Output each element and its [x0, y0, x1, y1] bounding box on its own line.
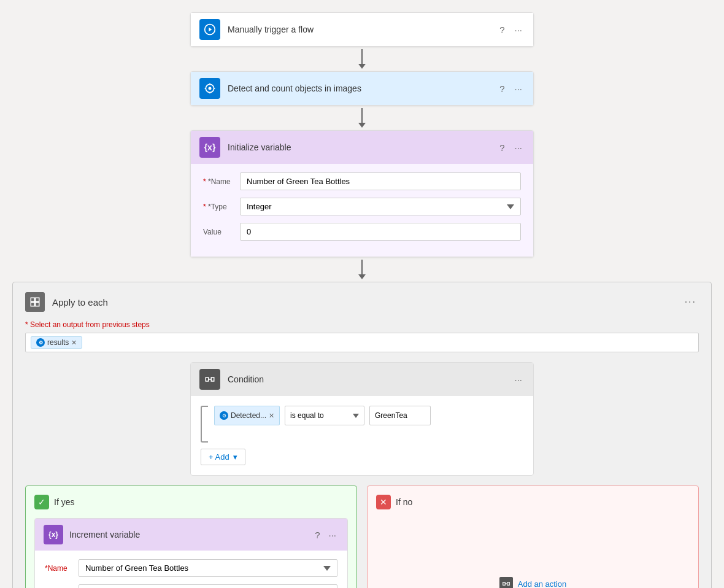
init-body: *Name *Type Integer String Boolean Float… [191, 164, 533, 257]
condition-inputs: ⚙ Detected... ✕ is equal to is not equal… [214, 406, 523, 433]
branch-yes: ✓ If yes {x} Increment variable ? ··· [25, 485, 357, 588]
output-tag-close[interactable]: ✕ [71, 339, 77, 347]
trigger-more-btn[interactable]: ··· [512, 23, 525, 36]
condition-header: Condition ··· [191, 363, 533, 396]
detect-svg [204, 82, 216, 95]
init-name-label: *Name [203, 177, 240, 186]
arrow-3 [358, 257, 366, 282]
detect-more-btn[interactable]: ··· [512, 82, 525, 95]
init-actions: ? ··· [497, 141, 525, 154]
increment-title: Increment variable [69, 530, 312, 540]
arrow-line-1 [361, 49, 363, 64]
increment-name-row: *Name Number of Green Tea Bottles [45, 559, 337, 577]
increment-value-input[interactable] [79, 584, 337, 588]
init-value-input[interactable] [240, 223, 521, 241]
init-card: {x} Initialize variable ? ··· *Name *Typ… [190, 130, 534, 257]
svg-rect-10 [31, 303, 34, 306]
output-tag: ⚙ results ✕ [31, 336, 82, 349]
condition-row: ⚙ Detected... ✕ is equal to is not equal… [214, 406, 523, 425]
condition-add-label: + Add [209, 452, 229, 462]
no-add-action-icon [499, 577, 513, 588]
condition-operator-select[interactable]: is equal to is not equal to contains doe… [285, 406, 364, 425]
init-name-input[interactable] [240, 172, 521, 190]
svg-marker-1 [209, 28, 212, 32]
condition-tag-icon: ⚙ [220, 411, 228, 420]
svg-rect-12 [206, 377, 209, 381]
init-value-label: Value [203, 228, 240, 236]
condition-add-btn[interactable]: + Add ▾ [201, 449, 245, 465]
increment-more-btn[interactable]: ··· [326, 528, 339, 541]
apply-each-more-btn[interactable]: ··· [682, 295, 699, 309]
arrow-1 [358, 47, 366, 71]
increment-name-label: *Name [45, 564, 79, 573]
init-value-row: Value [203, 223, 521, 241]
trigger-title: Manually trigger a flow [228, 25, 497, 34]
detect-icon [199, 78, 220, 99]
trigger-help-btn[interactable]: ? [497, 23, 507, 36]
increment-name-select-wrap: Number of Green Tea Bottles [79, 559, 337, 577]
increment-card: {x} Increment variable ? ··· *Name [34, 518, 348, 588]
trigger-actions: ? ··· [497, 23, 525, 36]
apply-each-container: Apply to each ··· * Select an output fro… [12, 282, 712, 588]
branch-no-title: If no [396, 497, 412, 507]
condition-tag-text: Detected... [231, 411, 266, 420]
init-type-label: *Type [203, 203, 240, 211]
branch-no-header: ✕ If no [376, 495, 690, 509]
increment-help-btn[interactable]: ? [312, 528, 322, 541]
branch-x-icon: ✕ [376, 495, 391, 509]
increment-header: {x} Increment variable ? ··· [35, 519, 347, 551]
detect-help-btn[interactable]: ? [497, 82, 507, 95]
condition-title: Condition [228, 374, 512, 384]
trigger-header: Manually trigger a flow ? ··· [191, 13, 533, 46]
init-title: Initialize variable [228, 142, 497, 152]
increment-actions: ? ··· [312, 528, 339, 541]
increment-name-select[interactable]: Number of Green Tea Bottles [79, 559, 337, 577]
condition-row-wrapper: ⚙ Detected... ✕ is equal to is not equal… [201, 406, 523, 443]
condition-card: Condition ··· ⚙ Detected... ✕ [190, 362, 534, 476]
condition-value-input[interactable] [369, 406, 431, 425]
init-help-btn[interactable]: ? [497, 141, 507, 154]
condition-icon [199, 369, 220, 390]
init-more-btn[interactable]: ··· [512, 141, 525, 154]
condition-add-wrapper: + Add ▾ [201, 449, 523, 465]
branch-no: ✕ If no Add an action [367, 485, 699, 588]
select-output-label: * Select an output from previous steps [25, 320, 699, 329]
condition-more-btn[interactable]: ··· [512, 373, 525, 386]
detect-card: Detect and count objects in images ? ··· [190, 71, 534, 106]
svg-rect-18 [503, 582, 505, 586]
increment-icon: {x} [44, 525, 63, 544]
trigger-icon [199, 19, 220, 40]
svg-rect-8 [31, 298, 34, 301]
arrow-line-3 [361, 260, 363, 274]
condition-add-chevron: ▾ [233, 452, 237, 462]
branch-check-icon: ✓ [34, 495, 49, 509]
apply-each-title: Apply to each [52, 297, 682, 308]
output-tag-text: results [47, 338, 69, 347]
init-header: {x} Initialize variable ? ··· [191, 131, 533, 164]
trigger-svg [204, 23, 216, 36]
arrow-head-2 [358, 123, 366, 128]
arrow-2 [358, 106, 366, 130]
svg-point-3 [209, 87, 212, 90]
init-type-select[interactable]: Integer String Boolean Float Array Objec… [240, 198, 521, 215]
detect-title: Detect and count objects in images [228, 83, 497, 93]
condition-tag[interactable]: ⚙ Detected... ✕ [214, 406, 280, 425]
init-name-row: *Name [203, 172, 521, 190]
branches-container: ✓ If yes {x} Increment variable ? ··· [25, 485, 699, 588]
output-tag-container[interactable]: ⚙ results ✕ [25, 333, 699, 352]
condition-bracket [201, 406, 208, 443]
svg-rect-9 [36, 298, 39, 301]
branch-yes-header: ✓ If yes [34, 495, 348, 509]
branch-yes-title: If yes [54, 497, 74, 507]
init-type-row: *Type Integer String Boolean Float Array… [203, 198, 521, 215]
trigger-card: Manually trigger a flow ? ··· [190, 12, 534, 47]
arrow-head-3 [358, 274, 366, 279]
apply-each-icon [25, 292, 45, 312]
svg-rect-11 [36, 303, 39, 306]
no-add-action-btn[interactable]: Add an action [493, 573, 573, 588]
apply-each-header: Apply to each ··· [25, 292, 699, 312]
if-no-add-action-container: Add an action [376, 518, 690, 588]
init-icon: {x} [199, 137, 220, 158]
svg-rect-19 [507, 582, 509, 586]
condition-tag-remove[interactable]: ✕ [269, 412, 274, 420]
